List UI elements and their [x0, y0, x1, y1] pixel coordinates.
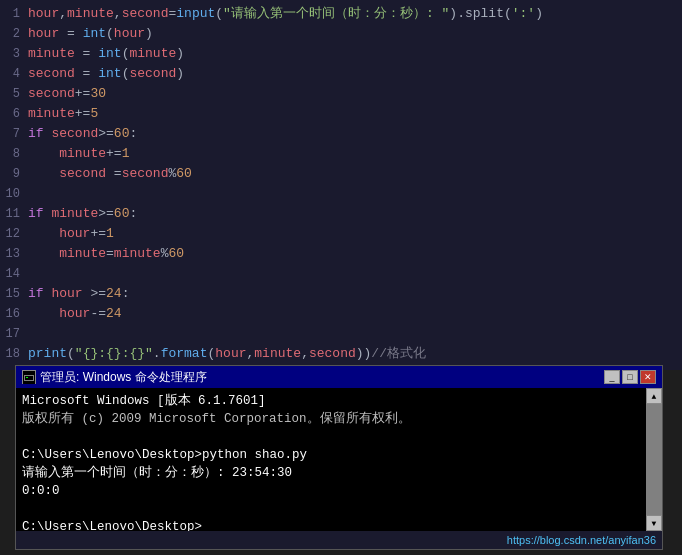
code-line-12: 12 hour+=1: [0, 224, 682, 244]
code-line-15: 15 if hour >=24:: [0, 284, 682, 304]
line-num-15: 15: [0, 284, 28, 304]
line-num-14: 14: [0, 264, 28, 284]
cmd-line-6: 0:0:0: [22, 482, 656, 500]
line-content-15: if hour >=24:: [28, 284, 682, 304]
code-line-16: 16 hour-=24: [0, 304, 682, 324]
line-num-8: 8: [0, 144, 28, 164]
cmd-line-4: C:\Users\Lenovo\Desktop>python shao.py: [22, 446, 656, 464]
scroll-track: [646, 404, 662, 515]
cmd-title: 管理员: Windows 命令处理程序: [40, 369, 604, 386]
line-num-3: 3: [0, 44, 28, 64]
line-num-17: 17: [0, 324, 28, 344]
line-content-14: [28, 264, 682, 284]
code-editor: 1 hour,minute,second=input("请输入第一个时间（时：分…: [0, 0, 682, 370]
cmd-line-5: 请输入第一个时间（时：分：秒）: 23:54:30: [22, 464, 656, 482]
cmd-scrollbar[interactable]: ▲ ▼: [646, 388, 662, 531]
line-content-5: second+=30: [28, 84, 682, 104]
line-num-18: 18: [0, 344, 28, 364]
line-num-6: 6: [0, 104, 28, 124]
cmd-maximize-button[interactable]: □: [622, 370, 638, 384]
cmd-titlebar: 管理员: Windows 命令处理程序 _ □ ✕: [16, 366, 662, 388]
cmd-line-8: C:\Users\Lenovo\Desktop>: [22, 518, 656, 531]
line-num-11: 11: [0, 204, 28, 224]
code-line-17: 17: [0, 324, 682, 344]
cmd-controls[interactable]: _ □ ✕: [604, 370, 656, 384]
line-content-9: second =second%60: [28, 164, 682, 184]
line-num-1: 1: [0, 4, 28, 24]
line-content-17: [28, 324, 682, 344]
line-num-16: 16: [0, 304, 28, 324]
code-line-3: 3 minute = int(minute): [0, 44, 682, 64]
cmd-close-button[interactable]: ✕: [640, 370, 656, 384]
code-line-6: 6 minute+=5: [0, 104, 682, 124]
code-line-9: 9 second =second%60: [0, 164, 682, 184]
code-line-5: 5 second+=30: [0, 84, 682, 104]
code-line-11: 11 if minute>=60:: [0, 204, 682, 224]
line-num-7: 7: [0, 124, 28, 144]
line-num-13: 13: [0, 244, 28, 264]
line-num-2: 2: [0, 24, 28, 44]
code-line-2: 2 hour = int(hour): [0, 24, 682, 44]
cmd-line-7: [22, 500, 656, 518]
line-num-12: 12: [0, 224, 28, 244]
line-num-9: 9: [0, 164, 28, 184]
blog-link: https://blog.csdn.net/anyifan36: [507, 534, 656, 546]
line-content-18: print("{}:{}:{}".format(hour,minute,seco…: [28, 344, 682, 364]
cmd-line-3: [22, 428, 656, 446]
cmd-line-2: 版权所有 (c) 2009 Microsoft Corporation。保留所有…: [22, 410, 656, 428]
code-line-14: 14: [0, 264, 682, 284]
line-content-4: second = int(second): [28, 64, 682, 84]
scroll-up-button[interactable]: ▲: [646, 388, 662, 404]
line-num-4: 4: [0, 64, 28, 84]
line-content-1: hour,minute,second=input("请输入第一个时间（时：分：秒…: [28, 4, 682, 24]
line-num-10: 10: [0, 184, 28, 204]
svg-rect-3: [26, 377, 28, 378]
code-line-4: 4 second = int(second): [0, 64, 682, 84]
code-line-1: 1 hour,minute,second=input("请输入第一个时间（时：分…: [0, 4, 682, 24]
line-content-13: minute=minute%60: [28, 244, 682, 264]
cmd-content: Microsoft Windows [版本 6.1.7601] 版权所有 (c)…: [16, 388, 662, 531]
code-line-10: 10: [0, 184, 682, 204]
line-content-11: if minute>=60:: [28, 204, 682, 224]
cmd-line-1: Microsoft Windows [版本 6.1.7601]: [22, 392, 656, 410]
cmd-window: 管理员: Windows 命令处理程序 _ □ ✕ Microsoft Wind…: [15, 365, 663, 550]
line-content-16: hour-=24: [28, 304, 682, 324]
line-content-12: hour+=1: [28, 224, 682, 244]
line-content-7: if second>=60:: [28, 124, 682, 144]
cmd-icon: [22, 370, 36, 384]
code-line-13: 13 minute=minute%60: [0, 244, 682, 264]
code-line-8: 8 minute+=1: [0, 144, 682, 164]
code-line-18: 18 print("{}:{}:{}".format(hour,minute,s…: [0, 344, 682, 364]
line-content-8: minute+=1: [28, 144, 682, 164]
line-content-6: minute+=5: [28, 104, 682, 124]
line-content-10: [28, 184, 682, 204]
scroll-down-button[interactable]: ▼: [646, 515, 662, 531]
line-content-3: minute = int(minute): [28, 44, 682, 64]
cmd-minimize-button[interactable]: _: [604, 370, 620, 384]
line-num-5: 5: [0, 84, 28, 104]
code-lines: 1 hour,minute,second=input("请输入第一个时间（时：分…: [0, 0, 682, 368]
line-content-2: hour = int(hour): [28, 24, 682, 44]
code-line-7: 7 if second>=60:: [0, 124, 682, 144]
